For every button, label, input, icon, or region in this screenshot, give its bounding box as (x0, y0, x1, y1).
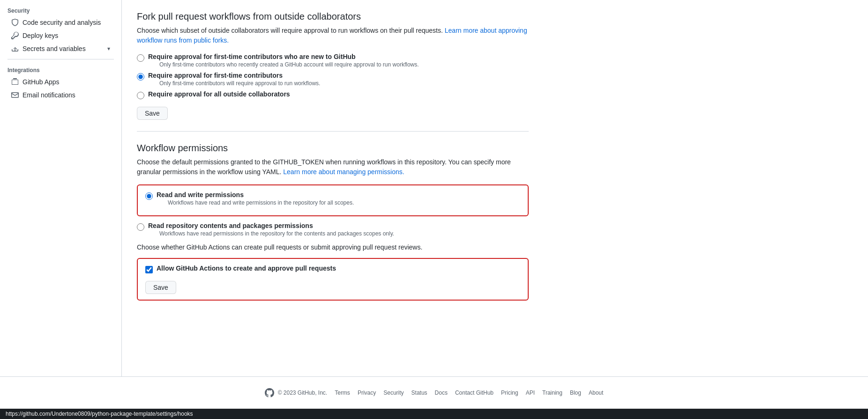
fork-pr-title: Fork pull request workflows from outside… (137, 11, 529, 22)
footer-link-blog[interactable]: Blog (570, 390, 581, 396)
workflow-permissions-title: Workflow permissions (137, 143, 529, 154)
workflow-save-button[interactable]: Save (145, 281, 176, 294)
workflow-allow-pr-desc: Choose whether GitHub Actions can create… (137, 243, 529, 252)
sidebar-item-github-apps-label: GitHub Apps (22, 78, 60, 86)
fork-pr-option-first-time-desc: Only first-time contributors will requir… (159, 80, 320, 87)
fork-pr-description: Choose which subset of outside collabora… (137, 26, 529, 45)
fork-pr-option-all-outside: Require approval for all outside collabo… (137, 90, 529, 99)
status-bar-url: https://github.com/Undertone0809/python-… (6, 411, 193, 417)
workflow-option-read-write: Read and write permissions Workflows hav… (145, 191, 520, 206)
sidebar: Security Code security and analysis Depl… (0, 0, 122, 376)
workflow-option-read-write-desc: Workflows have read and write permission… (168, 199, 354, 206)
workflow-option-read-only-desc: Workflows have read permissions in the r… (159, 230, 394, 237)
workflow-permissions-learn-more-link[interactable]: Learn more about managing permissions. (283, 168, 404, 176)
fork-pr-option-new-github-content: Require approval for first-time contribu… (148, 53, 419, 68)
device-mobile-icon (11, 78, 19, 86)
sidebar-security-header: Security (7, 4, 114, 16)
sidebar-item-deploy-keys[interactable]: Deploy keys (7, 29, 114, 42)
workflow-option-read-write-content: Read and write permissions Workflows hav… (157, 191, 354, 206)
sidebar-integrations-header: Integrations (7, 63, 114, 75)
workflow-read-write-highlight: Read and write permissions Workflows hav… (137, 184, 529, 216)
fork-pr-option-new-github-desc: Only first-time contributors who recentl… (159, 61, 419, 68)
footer-link-status[interactable]: Status (412, 390, 427, 396)
sidebar-item-email-notifications[interactable]: Email notifications (7, 88, 114, 102)
fork-pr-option-new-github: Require approval for first-time contribu… (137, 53, 529, 68)
fork-pr-option-new-github-label[interactable]: Require approval for first-time contribu… (148, 53, 356, 60)
workflow-option-read-only-label[interactable]: Read repository contents and packages pe… (148, 222, 313, 229)
sidebar-item-deploy-keys-label: Deploy keys (22, 32, 58, 39)
workflow-permissions-desc: Choose the default permissions granted t… (137, 157, 529, 177)
footer-link-contact-github[interactable]: Contact GitHub (455, 390, 494, 396)
fork-pr-option-first-time-label[interactable]: Require approval for first-time contribu… (148, 72, 283, 79)
sidebar-item-email-notifications-label: Email notifications (22, 91, 75, 99)
fork-pr-section: Fork pull request workflows from outside… (137, 11, 529, 120)
fork-pr-radio-first-time[interactable] (137, 73, 144, 81)
workflow-radio-read-only[interactable] (137, 223, 144, 231)
footer-link-about[interactable]: About (589, 390, 603, 396)
fork-pr-save-button[interactable]: Save (137, 107, 168, 120)
footer-link-pricing[interactable]: Pricing (501, 390, 518, 396)
shield-icon (11, 19, 19, 26)
workflow-option-read-only-content: Read repository contents and packages pe… (148, 222, 394, 237)
main-content: Fork pull request workflows from outside… (122, 0, 544, 376)
key-icon (11, 32, 19, 39)
sidebar-item-github-apps[interactable]: GitHub Apps (7, 75, 114, 88)
footer-link-security[interactable]: Security (383, 390, 404, 396)
sidebar-item-code-security[interactable]: Code security and analysis (7, 16, 114, 29)
footer-link-docs[interactable]: Docs (435, 390, 448, 396)
sidebar-item-secrets-variables-label: Secrets and variables (22, 45, 86, 52)
plus-circle-icon (11, 45, 19, 52)
footer-copyright: © 2023 GitHub, Inc. (278, 390, 328, 396)
footer-link-privacy[interactable]: Privacy (358, 390, 376, 396)
fork-pr-option-first-time: Require approval for first-time contribu… (137, 72, 529, 87)
footer-link-training[interactable]: Training (542, 390, 562, 396)
status-bar: https://github.com/Undertone0809/python-… (0, 409, 868, 419)
github-logo: © 2023 GitHub, Inc. (265, 388, 328, 397)
chevron-icon: ▾ (107, 45, 110, 52)
section-separator (137, 131, 529, 132)
workflow-permissions-section: Workflow permissions Choose the default … (137, 143, 529, 301)
footer-link-api[interactable]: API (526, 390, 535, 396)
workflow-option-read-only: Read repository contents and packages pe… (137, 222, 529, 237)
workflow-option-read-write-label[interactable]: Read and write permissions (157, 191, 244, 198)
footer: © 2023 GitHub, Inc. Terms Privacy Securi… (0, 376, 868, 409)
sidebar-divider (7, 59, 114, 59)
sidebar-item-code-security-label: Code security and analysis (22, 19, 101, 26)
workflow-radio-read-write[interactable] (145, 192, 153, 200)
footer-link-terms[interactable]: Terms (335, 390, 350, 396)
fork-pr-radio-all-outside[interactable] (137, 92, 144, 99)
github-icon (265, 388, 274, 397)
workflow-allow-pr-option: Allow GitHub Actions to create and appro… (145, 265, 520, 273)
fork-pr-option-first-time-content: Require approval for first-time contribu… (148, 72, 320, 87)
fork-pr-option-all-outside-label[interactable]: Require approval for all outside collabo… (148, 90, 290, 98)
workflow-allow-pr-highlight: Allow GitHub Actions to create and appro… (137, 258, 529, 301)
fork-pr-radio-group: Require approval for first-time contribu… (137, 53, 529, 99)
fork-pr-radio-new-github[interactable] (137, 54, 144, 62)
workflow-allow-pr-label[interactable]: Allow GitHub Actions to create and appro… (157, 265, 336, 272)
sidebar-item-secrets-variables[interactable]: Secrets and variables ▾ (7, 42, 114, 55)
fork-pr-option-all-outside-content: Require approval for all outside collabo… (148, 90, 290, 98)
workflow-allow-pr-checkbox[interactable] (145, 266, 153, 273)
mail-icon (11, 91, 19, 99)
